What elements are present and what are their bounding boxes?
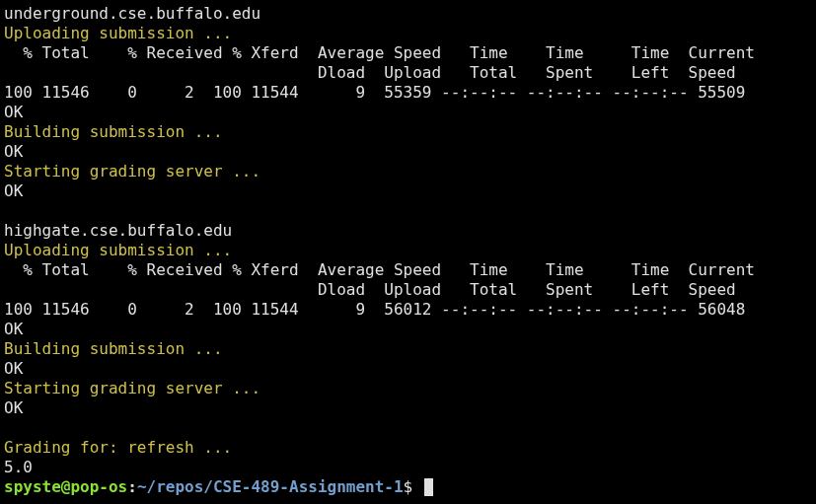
- grading-label: Grading for: refresh ...: [4, 438, 232, 457]
- ok-line: OK: [4, 398, 23, 417]
- terminal-output: underground.cse.buffalo.edu Uploading su…: [4, 4, 812, 497]
- host-line: underground.cse.buffalo.edu: [4, 4, 260, 23]
- ok-line: OK: [4, 320, 23, 338]
- blank-line: [4, 418, 14, 437]
- ok-line: OK: [4, 103, 23, 121]
- blank-line: [4, 201, 14, 220]
- curl-progress: 100 11546 0 2 100 11544 9 55359 --:--:--…: [4, 83, 745, 102]
- ok-line: OK: [4, 142, 23, 161]
- curl-header-1: % Total % Received % Xferd Average Speed…: [4, 43, 755, 62]
- host-line: highgate.cse.buffalo.edu: [4, 221, 232, 240]
- curl-progress: 100 11546 0 2 100 11544 9 56012 --:--:--…: [4, 300, 745, 319]
- grading-score: 5.0: [4, 458, 33, 476]
- curl-header-2: Dload Upload Total Spent Left Speed: [4, 63, 736, 82]
- ok-line: OK: [4, 359, 23, 378]
- curl-header-1: % Total % Received % Xferd Average Speed…: [4, 260, 755, 279]
- status-uploading: Uploading submission ...: [4, 241, 232, 259]
- status-building: Building submission ...: [4, 122, 223, 141]
- status-starting: Starting grading server ...: [4, 162, 260, 180]
- curl-header-2: Dload Upload Total Spent Left Speed: [4, 280, 736, 299]
- status-uploading: Uploading submission ...: [4, 24, 232, 42]
- cursor-icon: [424, 478, 433, 496]
- prompt-user: spyste@pop-os: [4, 477, 127, 496]
- prompt-colon: :: [127, 477, 137, 496]
- ok-line: OK: [4, 181, 23, 200]
- status-building: Building submission ...: [4, 339, 223, 358]
- prompt-dollar: $: [404, 477, 422, 496]
- prompt-line[interactable]: spyste@pop-os:~/repos/CSE-489-Assignment…: [4, 477, 433, 496]
- status-starting: Starting grading server ...: [4, 379, 260, 397]
- prompt-path: ~/repos/CSE-489-Assignment-1: [137, 477, 404, 496]
